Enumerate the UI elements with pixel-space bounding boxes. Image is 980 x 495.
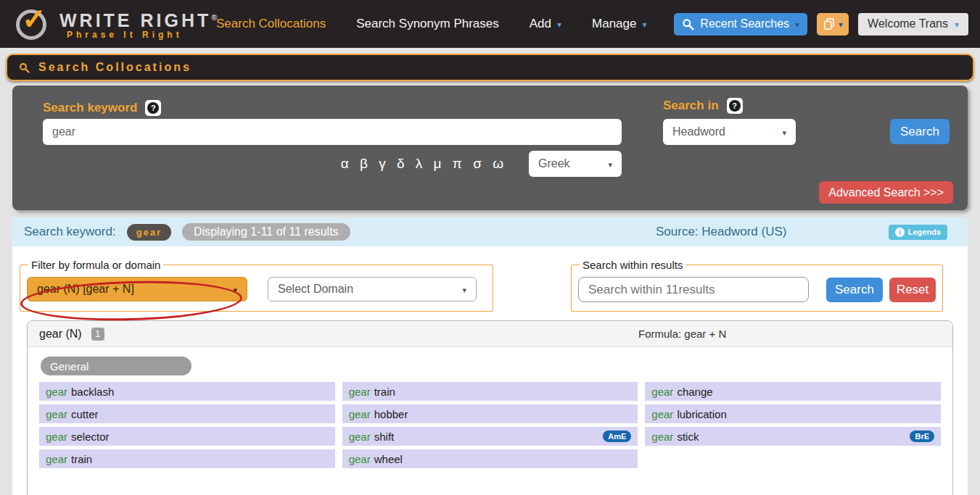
group-title: gear (N) bbox=[39, 328, 82, 341]
keyword-badge: gear bbox=[127, 224, 171, 241]
search-within-legend: Search within results bbox=[580, 259, 685, 271]
chevron-down-icon bbox=[608, 157, 612, 170]
brand-title: WRITE RIGHT® bbox=[59, 8, 220, 30]
source-label: Source: Headword (US) bbox=[656, 225, 786, 239]
info-icon bbox=[895, 228, 905, 237]
page-title: Search Collocations bbox=[38, 61, 192, 74]
search-within-fieldset: Search within results Search Reset bbox=[571, 259, 943, 312]
collocation-column: geartrain gearhobber gearshiftAmE gearwh… bbox=[342, 382, 638, 468]
collocation-item[interactable]: gearstickBrE bbox=[645, 427, 941, 446]
legends-button[interactable]: Legends bbox=[889, 225, 947, 240]
recent-searches-button[interactable]: Recent Searches bbox=[674, 13, 807, 36]
greek-letter-buttons[interactable]: α β γ δ λ μ π σ ω bbox=[341, 156, 507, 172]
copy-pages-icon bbox=[823, 17, 836, 30]
main-content: Filter by formula or domain gear (N) [ge… bbox=[12, 246, 968, 495]
results-count-pill: Displaying 1-11 of 11 results bbox=[182, 223, 350, 241]
user-menu-button[interactable]: Welcome Trans bbox=[858, 13, 968, 36]
search-icon bbox=[19, 62, 30, 73]
nav-manage[interactable]: Manage bbox=[592, 17, 646, 31]
chevron-down-icon bbox=[462, 283, 466, 296]
formula-select[interactable]: gear (N) [gear + N] bbox=[27, 277, 247, 301]
results-keyword-label: Search keyword: bbox=[24, 225, 116, 239]
chevron-down-icon bbox=[955, 17, 959, 30]
collocation-item[interactable]: gearcutter bbox=[39, 404, 335, 423]
search-icon bbox=[682, 18, 694, 30]
variant-badge: BrE bbox=[910, 430, 934, 442]
chevron-down-icon bbox=[642, 17, 646, 31]
variant-badge: AmE bbox=[603, 430, 631, 442]
collocation-item[interactable]: geartrain bbox=[39, 449, 335, 468]
group-count-badge: 1 bbox=[91, 328, 104, 341]
collocation-item[interactable]: gearhobber bbox=[342, 404, 638, 423]
check-icon bbox=[22, 2, 46, 36]
reset-button[interactable]: Reset bbox=[889, 278, 936, 302]
search-in-label: Search in bbox=[663, 99, 719, 113]
collocation-item[interactable]: gearselector bbox=[39, 427, 335, 446]
search-form-panel: Search keyword α β γ δ λ μ π σ ω Greek S… bbox=[12, 86, 968, 210]
brand-logo[interactable]: WRITE RIGHT® Phrase It Right bbox=[16, 7, 199, 41]
collocation-item[interactable]: gearbacklash bbox=[39, 382, 335, 401]
help-icon[interactable] bbox=[727, 98, 743, 114]
domain-select[interactable]: Select Domain bbox=[268, 277, 477, 301]
chevron-down-icon bbox=[795, 17, 799, 30]
page-title-bar: Search Collocations bbox=[6, 54, 974, 81]
collocation-column: gearbacklash gearcutter gearselector gea… bbox=[39, 382, 335, 468]
collocation-item[interactable]: gearlubrication bbox=[645, 404, 941, 423]
navbar-right-controls: Recent Searches Welcome Trans bbox=[674, 13, 973, 36]
help-icon[interactable] bbox=[145, 100, 161, 116]
brand-tagline: Phrase It Right bbox=[59, 30, 220, 40]
nav-search-collocations[interactable]: Search Collocations bbox=[216, 17, 326, 31]
search-button[interactable]: Search bbox=[890, 119, 950, 144]
collocation-grid: gearbacklash gearcutter gearselector gea… bbox=[39, 382, 941, 468]
character-set-select[interactable]: Greek bbox=[529, 151, 622, 177]
search-keyword-label: Search keyword bbox=[43, 101, 137, 115]
collocation-item[interactable]: gearwheel bbox=[342, 449, 638, 468]
chevron-down-icon bbox=[839, 17, 843, 30]
collocation-item[interactable]: gearchange bbox=[645, 382, 941, 401]
collocation-item[interactable]: gearshiftAmE bbox=[342, 427, 638, 446]
collocation-column: gearchange gearlubrication gearstickBrE bbox=[645, 382, 941, 468]
top-navbar: WRITE RIGHT® Phrase It Right Search Coll… bbox=[0, 0, 980, 48]
category-pill: General bbox=[41, 357, 192, 375]
results-group-header[interactable]: gear (N) 1 Formula: gear + N bbox=[28, 321, 952, 347]
logo-checkmark-icon bbox=[16, 7, 51, 41]
search-in-select[interactable]: Headword bbox=[663, 119, 796, 145]
nav-search-synonym-phrases[interactable]: Search Synonym Phrases bbox=[356, 17, 499, 31]
search-within-button[interactable]: Search bbox=[826, 278, 883, 302]
chevron-down-icon bbox=[233, 283, 237, 296]
formula-label: Formula: gear + N bbox=[638, 328, 726, 340]
collocation-item[interactable]: geartrain bbox=[342, 382, 638, 401]
search-keyword-input[interactable] bbox=[43, 119, 622, 145]
filter-legend: Filter by formula or domain bbox=[28, 259, 163, 271]
nav-add[interactable]: Add bbox=[530, 17, 561, 31]
clipboard-copy-button[interactable] bbox=[817, 13, 849, 36]
results-info-bar: Search keyword: gear Displaying 1-11 of … bbox=[12, 217, 968, 246]
results-panel: gear (N) 1 Formula: gear + N General gea… bbox=[27, 320, 953, 495]
advanced-search-button[interactable]: Advanced Search >>> bbox=[819, 181, 953, 204]
chevron-down-icon bbox=[782, 125, 786, 138]
main-nav: Search Collocations Search Synonym Phras… bbox=[216, 17, 647, 31]
chevron-down-icon bbox=[557, 17, 561, 31]
filter-fieldset: Filter by formula or domain gear (N) [ge… bbox=[20, 259, 493, 312]
search-within-input[interactable] bbox=[578, 277, 809, 302]
